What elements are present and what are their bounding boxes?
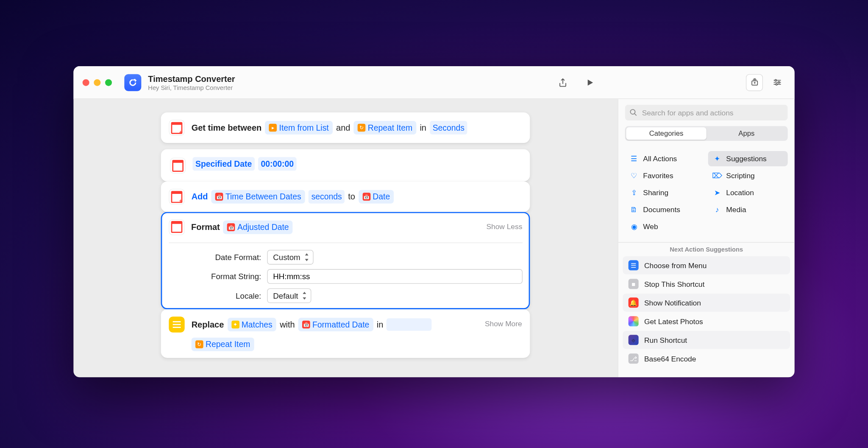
- svg-point-3: [776, 84, 777, 85]
- action-replace-text[interactable]: Replace ✦Matches with 📅Formatted Date in…: [161, 309, 530, 358]
- action-library-sidebar: Categories Apps ☰All Actions ✦Suggestion…: [618, 99, 794, 377]
- cat-all-actions[interactable]: ☰All Actions: [625, 151, 705, 166]
- param-repeat-item[interactable]: ↻Repeat Item: [354, 121, 417, 134]
- param-date[interactable]: 📅Date: [359, 190, 394, 204]
- sugg-latest-photos[interactable]: Get Latest Photos: [623, 312, 790, 330]
- shortcut-title[interactable]: Timestamp Converter: [148, 74, 545, 84]
- param-formatted-date[interactable]: 📅Formatted Date: [298, 318, 373, 331]
- shortcuts-editor-window: Timestamp Converter Hey Siri, Timestamp …: [73, 66, 794, 377]
- sugg-base64-encode[interactable]: ⎇Base64 Encode: [623, 350, 790, 368]
- share-button[interactable]: [553, 73, 572, 92]
- sugg-stop-shortcut[interactable]: ■Stop This Shortcut: [623, 275, 790, 293]
- action-format-date[interactable]: Format 📅Adjusted Date Show Less Date For…: [161, 212, 530, 309]
- param-empty[interactable]: [387, 319, 432, 331]
- param-item-from-list[interactable]: ▸Item from List: [265, 121, 333, 134]
- date-format-label: Date Format:: [169, 252, 267, 261]
- run-button[interactable]: [580, 73, 599, 92]
- format-options: Date Format: Custom Format String:: [169, 242, 523, 303]
- suggestion-list: ☰Choose from Menu ■Stop This Shortcut 🔔S…: [618, 256, 795, 377]
- svg-point-2: [778, 81, 779, 83]
- next-action-header: Next Action Suggestions: [618, 242, 795, 256]
- shortcut-color-icon: [124, 74, 141, 91]
- action-verb: Get time between: [192, 119, 262, 136]
- library-icon[interactable]: [746, 74, 763, 91]
- action-editor[interactable]: Get time between ▸Item from List and ↻Re…: [73, 99, 618, 377]
- locale-label: Locale:: [169, 291, 267, 300]
- action-verb[interactable]: Add: [192, 188, 208, 205]
- title-block: Timestamp Converter Hey Siri, Timestamp …: [148, 74, 545, 91]
- action-specified-date[interactable]: Specified Date 00:00:00: [161, 149, 530, 182]
- tab-categories[interactable]: Categories: [626, 127, 706, 140]
- param-time-between-dates[interactable]: 📅Time Between Dates: [211, 190, 305, 204]
- note-icon: [169, 317, 185, 333]
- param-adjusted-date[interactable]: 📅Adjusted Date: [223, 220, 293, 234]
- sugg-choose-from-menu[interactable]: ☰Choose from Menu: [623, 256, 790, 274]
- calendar-icon: [169, 219, 184, 235]
- action-verb: Format: [191, 218, 220, 235]
- window-controls: [83, 79, 112, 86]
- cat-location[interactable]: ➤Location: [708, 185, 788, 200]
- minimize-window[interactable]: [94, 79, 100, 86]
- locale-select[interactable]: Default: [267, 288, 311, 303]
- sugg-show-notification[interactable]: 🔔Show Notification: [623, 294, 790, 312]
- action-add-time[interactable]: Add 📅Time Between Dates seconds to 📅Date: [161, 182, 530, 212]
- param-repeat-item[interactable]: ↻Repeat Item: [192, 338, 254, 351]
- cat-suggestions[interactable]: ✦Suggestions: [708, 151, 788, 166]
- zoom-window[interactable]: [105, 79, 112, 86]
- param-matches[interactable]: ✦Matches: [228, 318, 277, 331]
- tab-apps[interactable]: Apps: [707, 127, 787, 140]
- show-less-toggle[interactable]: Show Less: [487, 222, 523, 230]
- format-string-label: Format String:: [169, 272, 267, 281]
- sugg-run-shortcut[interactable]: ⟐Run Shortcut: [623, 331, 790, 349]
- show-more-toggle[interactable]: Show More: [485, 319, 522, 328]
- cat-web[interactable]: ◉Web: [625, 219, 705, 234]
- category-grid: ☰All Actions ✦Suggestions ♡Favorites ⌦Sc…: [618, 148, 795, 242]
- calendar-icon: [170, 158, 186, 174]
- calendar-add-icon: [169, 189, 185, 204]
- action-get-time-between[interactable]: Get time between ▸Item from List and ↻Re…: [161, 112, 530, 143]
- time-value[interactable]: 00:00:00: [258, 157, 297, 171]
- format-string-input[interactable]: [267, 269, 523, 284]
- date-format-select[interactable]: Custom: [267, 250, 314, 265]
- action-verb: Replace: [192, 316, 224, 333]
- cat-documents[interactable]: 🗎Documents: [625, 202, 705, 217]
- library-tabs: Categories Apps: [625, 126, 788, 141]
- search-input[interactable]: [625, 105, 788, 120]
- calendar-add-icon: [169, 120, 185, 136]
- specified-date-token[interactable]: Specified Date: [193, 157, 255, 171]
- shortcut-subtitle: Hey Siri, Timestamp Converter: [148, 84, 545, 91]
- cat-sharing[interactable]: ⇪Sharing: [625, 185, 705, 200]
- cat-favorites[interactable]: ♡Favorites: [625, 168, 705, 183]
- svg-point-1: [775, 79, 776, 81]
- settings-icon[interactable]: [768, 74, 785, 91]
- param-unit[interactable]: seconds: [309, 190, 345, 204]
- cat-media[interactable]: ♪Media: [708, 202, 788, 217]
- param-unit[interactable]: Seconds: [430, 121, 467, 134]
- toolbar: Timestamp Converter Hey Siri, Timestamp …: [73, 66, 794, 99]
- close-window[interactable]: [83, 79, 89, 86]
- cat-scripting[interactable]: ⌦Scripting: [708, 168, 788, 183]
